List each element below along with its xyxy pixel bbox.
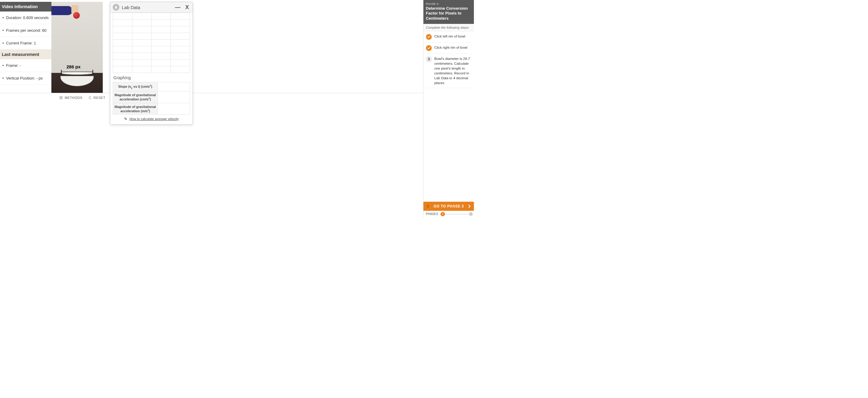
phases-track[interactable]: 2 7: [440, 214, 471, 215]
lab-data-panel: Lab Data — X Graphing Slope (vy vs t) (c…: [110, 2, 193, 124]
hint-row: How to calculate average velocity: [113, 115, 190, 122]
duration-item: Duration: 0.609 seconds: [0, 11, 51, 24]
left-panel: Video Information Duration: 0.609 second…: [0, 2, 51, 85]
svg-rect-1: [60, 97, 63, 98]
mag-m-label: Magnitude of gravitational acceleration …: [113, 103, 158, 115]
svg-point-6: [125, 118, 125, 118]
toolbar: METHODS RESET MY NOTES: [0, 93, 474, 102]
methods-label: METHODS: [65, 96, 83, 100]
step-number-badge: 3: [426, 56, 432, 62]
steps-instruction: Complete the following steps:: [424, 24, 474, 31]
slope-value[interactable]: [157, 82, 190, 91]
slope-label: Slope (vy vs t) (cm/s2): [113, 82, 158, 91]
current-phase-dot[interactable]: 2: [441, 212, 445, 216]
svg-rect-2: [60, 98, 63, 99]
list-icon: [59, 95, 63, 100]
measurement-label: 286 px: [66, 64, 81, 69]
mag-m-value[interactable]: [157, 103, 190, 115]
reset-label: RESET: [94, 96, 105, 100]
frame-item: Frame: -: [0, 59, 51, 72]
instructions-panel: PHASE 2: Determine Conversion Factor for…: [423, 0, 474, 217]
fps-item: Frames per second: 60: [0, 24, 51, 37]
apple: [73, 12, 80, 19]
step-item-2: Click right rim of bowl: [424, 42, 474, 54]
mag-cm-label: Magnitude of gravitational acceleration …: [113, 91, 158, 103]
svg-rect-0: [60, 96, 63, 97]
last-measurement-header: Last measurement: [0, 50, 51, 59]
measurement-bracket: [61, 70, 93, 74]
video-info-header: Video Information: [0, 2, 51, 11]
check-icon: [426, 45, 432, 51]
chevron-left-icon: [426, 204, 430, 208]
close-button[interactable]: X: [184, 4, 190, 10]
chevron-right-icon: [467, 204, 471, 208]
graphing-table: Slope (vy vs t) (cm/s2) Magnitude of gra…: [113, 82, 190, 115]
step-item-1: Click left rim of bowl: [424, 31, 474, 42]
lab-data-header[interactable]: Lab Data — X: [110, 2, 192, 13]
lab-data-grid[interactable]: [113, 13, 190, 73]
graphing-section-label: Graphing: [113, 75, 190, 80]
step-item-3: 3 Bowl's diameter is 28.7 centimeters. C…: [424, 54, 474, 88]
total-phase-dot[interactable]: 7: [469, 212, 473, 216]
step-list: Click left rim of bowl Click right rim o…: [424, 31, 474, 88]
phase-number-label: PHASE 2:: [426, 2, 471, 5]
current-frame-item: Current Frame: 1: [0, 37, 51, 50]
arm: [51, 6, 72, 15]
minimize-button[interactable]: —: [174, 4, 182, 10]
video-info-list: Duration: 0.609 seconds Frames per secon…: [0, 11, 51, 50]
check-icon: [426, 34, 432, 40]
step-1-text: Click left rim of bowl: [434, 34, 465, 40]
reset-icon: [88, 95, 92, 100]
hint-link[interactable]: How to calculate average velocity: [129, 117, 179, 121]
vpos-item: Vertical Position: - px: [0, 72, 51, 85]
phase-header: PHASE 2: Determine Conversion Factor for…: [424, 0, 474, 24]
phases-progress: PHASES 2 7: [424, 211, 474, 217]
goto-phase-label: GO TO PHASE 3: [434, 204, 464, 208]
phase-title: Determine Conversion Factor for Pixels t…: [426, 6, 471, 21]
methods-button[interactable]: METHODS: [59, 95, 83, 100]
phases-label: PHASES: [426, 212, 438, 216]
goto-phase-button[interactable]: GO TO PHASE 3: [424, 202, 474, 211]
lab-data-title: Lab Data: [122, 5, 172, 10]
tag-icon: [124, 117, 128, 121]
video-frame[interactable]: 286 px: [51, 2, 103, 93]
flask-icon: [113, 4, 119, 10]
step-2-text: Click right rim of bowl: [434, 45, 467, 51]
measurement-list: Frame: - Vertical Position: - px: [0, 59, 51, 85]
phase-nav: GO TO PHASE 3 PHASES 2 7: [424, 202, 474, 217]
reset-button[interactable]: RESET: [88, 95, 105, 100]
mag-cm-value[interactable]: [157, 91, 190, 103]
step-3-text: Bowl's diameter is 28.7 centimeters. Cal…: [434, 56, 471, 86]
